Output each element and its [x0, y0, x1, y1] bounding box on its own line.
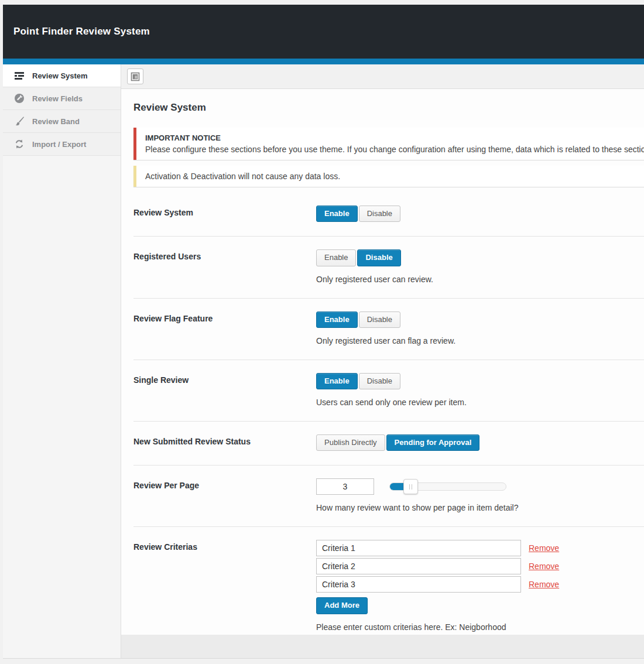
- app-title: Point Finder Review System: [3, 26, 150, 37]
- settings-content: Review System IMPORTANT NOTICE Please co…: [121, 64, 644, 659]
- toggle-group: Enable Disable: [316, 249, 644, 266]
- enable-button[interactable]: Enable: [316, 373, 358, 389]
- setting-row-review-system: Review System Enable Disable: [133, 193, 644, 237]
- pending-approval-button[interactable]: Pending for Approval: [386, 434, 480, 451]
- setting-row-single-review: Single Review Enable Disable Users can s…: [133, 360, 644, 422]
- sidebar-item-import-export[interactable]: Import / Export: [3, 133, 121, 156]
- review-per-page-input[interactable]: [316, 478, 374, 495]
- sidebar-item-review-system[interactable]: Review System: [3, 64, 121, 87]
- toggle-group: Enable Disable: [316, 312, 644, 328]
- remove-criteria-link[interactable]: Remove: [529, 562, 559, 571]
- wrench-circle-icon: [14, 93, 25, 104]
- sidebar-item-review-band[interactable]: Review Band: [3, 110, 121, 133]
- setting-label: Review System: [133, 206, 316, 222]
- criteria-row: Remove: [316, 558, 644, 574]
- settings-sidebar: Review System Review Fields Review Band …: [3, 64, 121, 659]
- slider-handle[interactable]: [403, 479, 418, 494]
- setting-help-text: Only registered user can review.: [316, 275, 644, 284]
- enable-button[interactable]: Enable: [316, 206, 358, 222]
- setting-help-text: How many review want to show per page in…: [316, 503, 644, 512]
- criteria-input-2[interactable]: [316, 558, 521, 574]
- list-bars-icon: [14, 70, 25, 81]
- disable-button[interactable]: Disable: [359, 373, 400, 389]
- setting-label: Review Per Page: [133, 478, 316, 512]
- setting-row-review-flag: Review Flag Feature Enable Disable Only …: [133, 299, 644, 360]
- sidebar-item-label: Review Band: [32, 117, 80, 126]
- setting-help-text: Only registered user can flag a review.: [316, 336, 644, 345]
- setting-row-review-criterias: Review Criterias Remove Remove Remove: [133, 527, 644, 635]
- slider-grip: [409, 484, 410, 490]
- setting-label: Review Flag Feature: [133, 312, 316, 345]
- review-per-page-slider[interactable]: [389, 482, 506, 491]
- toggle-group: Enable Disable: [316, 206, 644, 222]
- remove-criteria-link[interactable]: Remove: [529, 580, 559, 589]
- notice-text: Please configure these sections before y…: [145, 145, 635, 154]
- sidebar-item-review-fields[interactable]: Review Fields: [3, 87, 121, 110]
- disable-button[interactable]: Disable: [357, 249, 400, 266]
- toggle-group: Publish Directly Pending for Approval: [316, 434, 644, 451]
- toggle-group: Enable Disable: [316, 373, 644, 389]
- important-notice: IMPORTANT NOTICE Please configure these …: [133, 128, 644, 160]
- setting-row-review-per-page: Review Per Page H: [133, 466, 644, 527]
- setting-label: Single Review: [133, 373, 316, 407]
- sidebar-item-label: Import / Export: [32, 140, 86, 149]
- remove-criteria-link[interactable]: Remove: [529, 543, 559, 553]
- refresh-icon: [14, 139, 25, 149]
- setting-label: New Submitted Review Status: [133, 434, 316, 451]
- notice-text: Activation & Deactivation will not cause…: [145, 172, 635, 181]
- content-footer: [121, 635, 644, 658]
- setting-row-registered-users: Registered Users Enable Disable Only reg…: [133, 237, 644, 298]
- notice-title: IMPORTANT NOTICE: [145, 134, 635, 142]
- setting-help-text: Users can send only one review per item.: [316, 398, 644, 407]
- criteria-row: Remove: [316, 540, 644, 556]
- publish-directly-button[interactable]: Publish Directly: [316, 434, 385, 451]
- disable-button[interactable]: Disable: [359, 206, 400, 222]
- plugin-settings-window: Point Finder Review System Review System…: [3, 5, 644, 659]
- sidebar-item-label: Review Fields: [32, 94, 83, 103]
- setting-label: Registered Users: [133, 249, 316, 283]
- header-accent-strip: [3, 59, 644, 64]
- content-toolbar: [121, 64, 644, 89]
- setting-row-new-review-status: New Submitted Review Status Publish Dire…: [133, 422, 644, 466]
- add-more-button[interactable]: Add More: [316, 597, 368, 614]
- app-header: Point Finder Review System: [3, 5, 644, 59]
- slider-grip: [412, 484, 412, 490]
- disable-button[interactable]: Disable: [359, 312, 400, 328]
- sidebar-item-label: Review System: [32, 71, 88, 80]
- info-notice: Activation & Deactivation will not cause…: [133, 166, 644, 187]
- enable-button[interactable]: Enable: [316, 312, 358, 328]
- criteria-input-1[interactable]: [316, 540, 521, 556]
- layout-icon: [131, 72, 140, 81]
- settings-panel: Review System IMPORTANT NOTICE Please co…: [121, 89, 644, 635]
- layout-toggle-button[interactable]: [127, 69, 143, 84]
- setting-help-text: Please enter custom criterias here. Ex: …: [316, 622, 644, 632]
- criteria-input-3[interactable]: [316, 576, 521, 593]
- criteria-row: Remove: [316, 576, 644, 593]
- setting-label: Review Criterias: [133, 540, 316, 631]
- enable-button[interactable]: Enable: [316, 249, 356, 266]
- brush-icon: [14, 116, 25, 126]
- page-title: Review System: [133, 102, 644, 114]
